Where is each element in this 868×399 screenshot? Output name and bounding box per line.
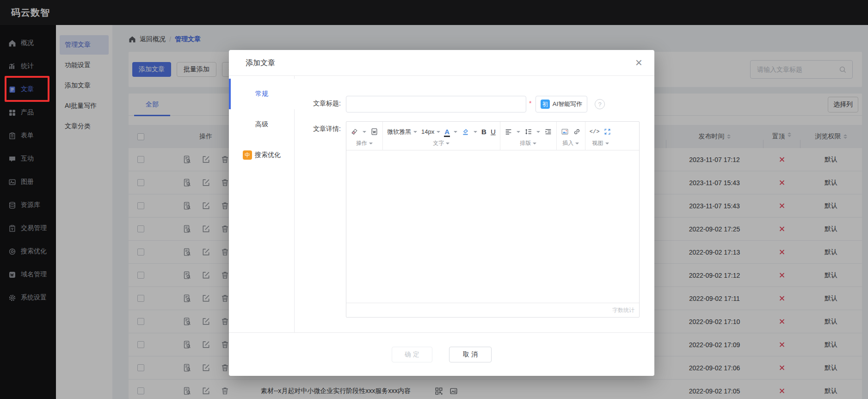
fullscreen-icon[interactable] [603,128,611,136]
help-icon[interactable]: ? [595,99,605,109]
insert-link-icon[interactable] [573,128,581,136]
highlight-icon[interactable] [462,128,469,136]
dropdown-caret[interactable] [474,131,477,135]
toolbar-group-insert: 插入 [557,122,585,150]
article-title-input[interactable] [346,96,526,112]
word-import-icon[interactable] [370,128,378,136]
dropdown-caret[interactable] [454,131,457,135]
cancel-button[interactable]: 取 消 [449,347,492,362]
modal-title: 添加文章 [246,50,275,76]
toolbar-group-view: </> 视图 [585,122,616,150]
toolbar-group-text: 微软雅黑 14px A B U 文字 [383,122,500,150]
seo-badge-icon: 中 [243,150,252,160]
font-color-icon[interactable]: A [444,129,449,135]
group-label-layout[interactable]: 排版 [520,139,536,147]
ai-write-button[interactable]: 初 AI智能写作 [536,96,587,112]
tab-advanced[interactable]: 高级 [229,109,295,140]
close-icon[interactable]: × [635,55,642,70]
ai-badge-icon: 初 [541,100,550,109]
group-label-insert[interactable]: 插入 [562,139,579,147]
modal-footer: 确 定 取 消 [229,332,654,376]
dropdown-caret[interactable] [363,131,366,135]
group-label-view[interactable]: 视图 [592,139,609,147]
article-detail-label: 文章详情: [295,125,341,133]
modal-header: 添加文章 × [229,50,654,76]
editor-toolbar: 操作 微软雅黑 14px A B U 文字 [346,122,639,150]
group-label-operate[interactable]: 操作 [356,139,373,147]
tab-seo[interactable]: 中 搜索优化 [229,140,295,170]
toolbar-group-operate: 操作 [346,122,383,150]
font-size-select[interactable]: 14px [421,128,440,135]
dropdown-caret[interactable] [517,131,520,135]
source-code-icon[interactable]: </> [590,129,600,135]
group-label-text[interactable]: 文字 [433,139,449,147]
toolbar-group-layout: 排版 [500,122,557,150]
editor-content-area[interactable] [346,150,639,303]
insert-image-icon[interactable] [561,128,569,136]
indent-icon[interactable] [544,128,552,136]
underline-icon[interactable]: U [491,128,496,136]
bold-icon[interactable]: B [481,128,486,136]
eraser-icon[interactable] [351,128,358,136]
article-title-label: 文章标题: [295,100,341,108]
confirm-button[interactable]: 确 定 [392,347,432,362]
word-count-bar: 字数统计 [346,303,639,317]
line-height-icon[interactable] [524,128,532,136]
dropdown-caret[interactable] [536,131,540,135]
font-family-select[interactable]: 微软雅黑 [387,128,417,136]
tab-general[interactable]: 常规 [229,79,295,109]
app-root: 码云数智 概况统计文章产品表单互动图册资源库交易管理搜索优化域名管理系统设置 管… [0,0,868,399]
modal-tabs: 常规 高级 中 搜索优化 [229,79,295,170]
required-mark: * [529,100,531,107]
rich-text-editor: 操作 微软雅黑 14px A B U 文字 [346,121,640,318]
add-article-modal: 添加文章 × 常规 高级 中 搜索优化 文章标题: * 初 AI智能写作 ? 文… [229,50,654,376]
align-icon[interactable] [505,128,512,136]
